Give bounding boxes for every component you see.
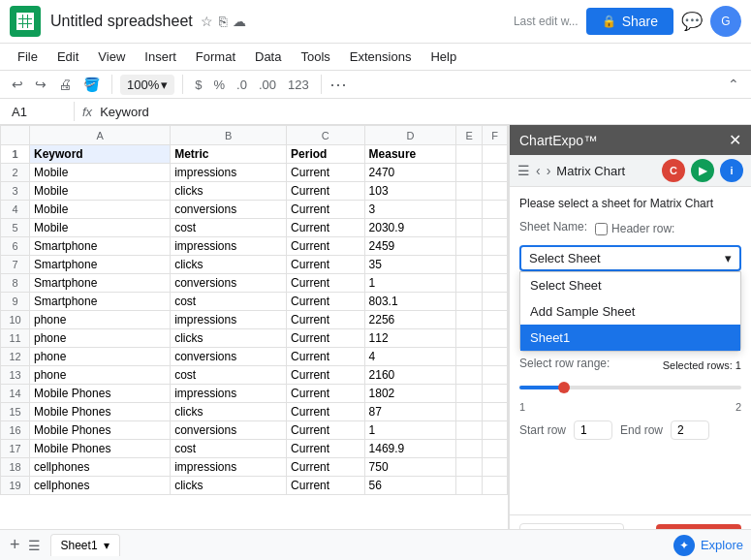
table-cell[interactable]: [483, 274, 508, 293]
table-cell[interactable]: 803.1: [364, 293, 456, 311]
table-cell[interactable]: clicks: [171, 182, 287, 201]
menu-insert[interactable]: Insert: [137, 46, 184, 68]
table-cell[interactable]: [483, 311, 508, 329]
table-cell[interactable]: Current: [287, 477, 364, 495]
table-cell[interactable]: [456, 440, 483, 458]
table-cell[interactable]: [483, 237, 508, 256]
table-cell[interactable]: [456, 329, 483, 348]
table-cell[interactable]: clicks: [171, 329, 287, 348]
sheet-dropdown[interactable]: Select Sheet ▾: [519, 245, 741, 271]
table-cell[interactable]: Current: [287, 256, 364, 274]
table-cell[interactable]: clicks: [171, 477, 287, 495]
more-formats-button[interactable]: 123: [284, 76, 313, 94]
spreadsheet-title[interactable]: Untitled spreadsheet: [50, 13, 193, 30]
table-cell[interactable]: conversions: [171, 421, 287, 440]
table-cell[interactable]: [483, 421, 508, 440]
table-cell[interactable]: impressions: [171, 458, 287, 477]
cloud-icon[interactable]: ☁: [233, 14, 246, 29]
table-cell[interactable]: [456, 385, 483, 403]
table-cell[interactable]: [483, 182, 508, 201]
table-cell[interactable]: [483, 145, 508, 164]
table-cell[interactable]: Current: [287, 403, 364, 421]
table-cell[interactable]: Mobile Phones: [30, 403, 171, 421]
menu-edit[interactable]: Edit: [49, 46, 86, 68]
panel-close-button[interactable]: ✕: [729, 131, 741, 149]
dropdown-option-select-sheet[interactable]: Select Sheet: [520, 272, 740, 298]
table-cell[interactable]: [483, 458, 508, 477]
table-cell[interactable]: Current: [287, 440, 364, 458]
table-cell[interactable]: [456, 145, 483, 164]
range-thumb[interactable]: [558, 382, 570, 393]
col-header-c[interactable]: C: [287, 126, 364, 145]
explore-button[interactable]: ✦ Explore: [673, 535, 743, 556]
table-cell[interactable]: Mobile: [30, 164, 171, 182]
table-cell[interactable]: Mobile Phones: [30, 440, 171, 458]
more-toolbar-button[interactable]: ⋯: [329, 74, 347, 95]
table-cell[interactable]: Current: [287, 237, 364, 256]
undo-button[interactable]: ↩: [8, 75, 27, 94]
table-cell[interactable]: [456, 348, 483, 366]
sheet-tab[interactable]: Sheet1 ▾: [50, 534, 120, 556]
table-cell[interactable]: 56: [364, 477, 456, 495]
print-button[interactable]: 🖨: [54, 75, 76, 94]
table-cell[interactable]: 87: [364, 403, 456, 421]
table-cell[interactable]: [456, 366, 483, 385]
table-cell[interactable]: Current: [287, 164, 364, 182]
collapse-button[interactable]: ⌃: [724, 75, 743, 94]
col-header-b[interactable]: B: [171, 126, 287, 145]
chat-icon[interactable]: 💬: [681, 11, 703, 32]
menu-help[interactable]: Help: [422, 46, 464, 68]
table-cell[interactable]: [456, 477, 483, 495]
table-cell[interactable]: [483, 293, 508, 311]
table-cell[interactable]: [483, 348, 508, 366]
table-cell[interactable]: Mobile: [30, 182, 171, 201]
header-row-checkbox[interactable]: [595, 223, 608, 235]
table-cell[interactable]: [483, 256, 508, 274]
end-row-input[interactable]: [671, 420, 709, 440]
table-cell[interactable]: Smartphone: [30, 293, 171, 311]
col-header-d[interactable]: D: [364, 126, 456, 145]
table-cell[interactable]: phone: [30, 348, 171, 366]
menu-format[interactable]: Format: [188, 46, 243, 68]
table-cell[interactable]: phone: [30, 366, 171, 385]
menu-view[interactable]: View: [90, 46, 133, 68]
user-avatar[interactable]: G: [710, 6, 741, 37]
table-cell[interactable]: conversions: [171, 274, 287, 293]
table-cell[interactable]: [483, 385, 508, 403]
table-cell[interactable]: Smartphone: [30, 274, 171, 293]
cell-reference-input[interactable]: [8, 103, 66, 121]
menu-tools[interactable]: Tools: [293, 46, 337, 68]
table-cell[interactable]: Mobile: [30, 201, 171, 219]
table-cell[interactable]: [456, 237, 483, 256]
table-cell[interactable]: Current: [287, 385, 364, 403]
menu-extensions[interactable]: Extensions: [342, 46, 420, 68]
table-cell[interactable]: Mobile Phones: [30, 385, 171, 403]
table-cell[interactable]: Current: [287, 274, 364, 293]
table-cell[interactable]: [483, 164, 508, 182]
table-cell[interactable]: clicks: [171, 403, 287, 421]
table-cell[interactable]: 3: [364, 201, 456, 219]
table-cell[interactable]: cellphones: [30, 458, 171, 477]
table-cell[interactable]: 4: [364, 348, 456, 366]
currency-button[interactable]: $: [191, 76, 205, 94]
table-cell[interactable]: 2160: [364, 366, 456, 385]
table-cell[interactable]: Current: [287, 366, 364, 385]
table-cell[interactable]: Smartphone: [30, 256, 171, 274]
decimal1-button[interactable]: .0: [233, 76, 251, 94]
paint-format-button[interactable]: 🪣: [79, 75, 104, 94]
table-cell[interactable]: Current: [287, 182, 364, 201]
table-cell[interactable]: [456, 164, 483, 182]
table-cell[interactable]: [456, 421, 483, 440]
table-cell[interactable]: 35: [364, 256, 456, 274]
table-cell[interactable]: Current: [287, 458, 364, 477]
table-cell[interactable]: Current: [287, 421, 364, 440]
table-cell[interactable]: 2030.9: [364, 219, 456, 237]
table-cell[interactable]: Current: [287, 219, 364, 237]
table-cell[interactable]: 1: [364, 421, 456, 440]
table-cell[interactable]: [456, 293, 483, 311]
table-cell[interactable]: impressions: [171, 237, 287, 256]
start-row-input[interactable]: [574, 420, 612, 440]
table-cell[interactable]: 1: [364, 274, 456, 293]
decimal2-button[interactable]: .00: [255, 76, 280, 94]
table-cell[interactable]: [483, 366, 508, 385]
